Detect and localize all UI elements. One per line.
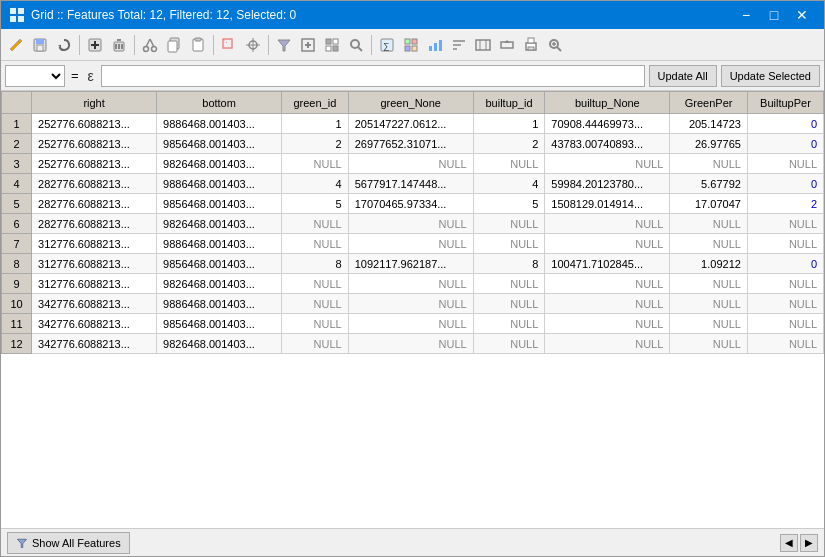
search-button[interactable] (345, 34, 367, 56)
zoom-selected-button[interactable] (218, 34, 240, 56)
table-row[interactable]: 12342776.6088213...9826468.001403...NULL… (2, 334, 824, 354)
close-button[interactable]: ✕ (788, 4, 816, 26)
table-sort-button[interactable] (448, 34, 470, 56)
filter-input[interactable] (101, 65, 645, 87)
cell-greenper[interactable]: NULL (670, 274, 748, 294)
cell-builtup-none[interactable]: NULL (545, 154, 670, 174)
cell-green-none[interactable]: NULL (348, 154, 473, 174)
update-selected-button[interactable]: Update Selected (721, 65, 820, 87)
cell-builtup-per[interactable]: 0 (747, 114, 823, 134)
cell-greenper[interactable]: 17.07047 (670, 194, 748, 214)
cell-green-none[interactable]: NULL (348, 274, 473, 294)
col-header-right[interactable]: right (32, 92, 157, 114)
col-header-green-id[interactable]: green_id (282, 92, 349, 114)
cell-builtup-per[interactable]: NULL (747, 314, 823, 334)
cell-bottom[interactable]: 9826468.001403... (157, 274, 282, 294)
cell-builtup-none[interactable]: 100471.7102845... (545, 254, 670, 274)
table-row[interactable]: 6282776.6088213...9826468.001403...NULLN… (2, 214, 824, 234)
show-features-button[interactable]: Show All Features (7, 532, 130, 554)
cell-builtup-per[interactable]: NULL (747, 334, 823, 354)
cell-green-id[interactable]: 5 (282, 194, 349, 214)
cell-builtup-per[interactable]: 0 (747, 174, 823, 194)
cell-green-none[interactable]: 5677917.147448... (348, 174, 473, 194)
cell-green-id[interactable]: NULL (282, 294, 349, 314)
cell-greenper[interactable]: 5.67792 (670, 174, 748, 194)
zoom-in-button[interactable] (544, 34, 566, 56)
cell-builtup-per[interactable]: 0 (747, 254, 823, 274)
row-number[interactable]: 11 (2, 314, 32, 334)
cell-green-id[interactable]: NULL (282, 234, 349, 254)
cell-right[interactable]: 312776.6088213... (32, 254, 157, 274)
cell-green-id[interactable]: NULL (282, 334, 349, 354)
cell-right[interactable]: 282776.6088213... (32, 194, 157, 214)
cell-green-none[interactable]: NULL (348, 234, 473, 254)
cell-bottom[interactable]: 9856468.001403... (157, 194, 282, 214)
cell-builtup-id[interactable]: NULL (473, 294, 545, 314)
cell-greenper[interactable]: NULL (670, 314, 748, 334)
cell-builtup-id[interactable]: 1 (473, 114, 545, 134)
cell-bottom[interactable]: 9886468.001403... (157, 114, 282, 134)
cell-builtup-id[interactable]: NULL (473, 214, 545, 234)
field-calculator-button[interactable]: ∑ (376, 34, 398, 56)
table-row[interactable]: 11342776.6088213...9856468.001403...NULL… (2, 314, 824, 334)
cell-bottom[interactable]: 9886468.001403... (157, 294, 282, 314)
invert-selection-button[interactable] (321, 34, 343, 56)
cell-builtup-id[interactable]: NULL (473, 154, 545, 174)
cell-green-none[interactable]: 26977652.31071... (348, 134, 473, 154)
cell-right[interactable]: 312776.6088213... (32, 234, 157, 254)
cell-builtup-none[interactable]: 1508129.014914... (545, 194, 670, 214)
cell-bottom[interactable]: 9826468.001403... (157, 214, 282, 234)
filter-button[interactable] (273, 34, 295, 56)
cell-builtup-per[interactable]: 0 (747, 134, 823, 154)
cell-greenper[interactable]: NULL (670, 334, 748, 354)
cell-greenper[interactable]: 205.14723 (670, 114, 748, 134)
cell-right[interactable]: 252776.6088213... (32, 154, 157, 174)
pan-selected-button[interactable] (242, 34, 264, 56)
col-header-green-none[interactable]: green_None (348, 92, 473, 114)
cell-builtup-per[interactable]: 2 (747, 194, 823, 214)
cell-builtup-per[interactable]: NULL (747, 214, 823, 234)
minimize-button[interactable]: − (732, 4, 760, 26)
cell-right[interactable]: 342776.6088213... (32, 294, 157, 314)
select-all-button[interactable] (297, 34, 319, 56)
table-row[interactable]: 3252776.6088213...9826468.001403...NULLN… (2, 154, 824, 174)
paste-button[interactable] (187, 34, 209, 56)
cell-green-id[interactable]: 8 (282, 254, 349, 274)
cell-green-id[interactable]: NULL (282, 154, 349, 174)
cell-green-id[interactable]: 1 (282, 114, 349, 134)
table-row[interactable]: 2252776.6088213...9856468.001403...22697… (2, 134, 824, 154)
cell-builtup-id[interactable]: 2 (473, 134, 545, 154)
cell-builtup-none[interactable]: NULL (545, 214, 670, 234)
cell-builtup-none[interactable]: 59984.20123780... (545, 174, 670, 194)
cell-bottom[interactable]: 9856468.001403... (157, 134, 282, 154)
cell-green-none[interactable]: NULL (348, 334, 473, 354)
cell-right[interactable]: 282776.6088213... (32, 214, 157, 234)
expand-button[interactable] (496, 34, 518, 56)
cell-greenper[interactable]: 1.09212 (670, 254, 748, 274)
scroll-right-button[interactable]: ▶ (800, 534, 818, 552)
cell-greenper[interactable]: NULL (670, 294, 748, 314)
reload-button[interactable] (53, 34, 75, 56)
conditional-format-button[interactable] (400, 34, 422, 56)
cut-button[interactable] (139, 34, 161, 56)
cell-greenper[interactable]: NULL (670, 214, 748, 234)
row-number[interactable]: 1 (2, 114, 32, 134)
row-number[interactable]: 12 (2, 334, 32, 354)
table-row[interactable]: 4282776.6088213...9886468.001403...45677… (2, 174, 824, 194)
cell-builtup-id[interactable]: NULL (473, 234, 545, 254)
save-edits-button[interactable] (29, 34, 51, 56)
col-header-bottom[interactable]: bottom (157, 92, 282, 114)
cell-builtup-none[interactable]: NULL (545, 274, 670, 294)
table-row[interactable]: 10342776.6088213...9886468.001403...NULL… (2, 294, 824, 314)
cell-green-none[interactable]: NULL (348, 294, 473, 314)
cell-builtup-none[interactable]: NULL (545, 314, 670, 334)
row-number[interactable]: 5 (2, 194, 32, 214)
cell-builtup-none[interactable]: NULL (545, 334, 670, 354)
maximize-button[interactable]: □ (760, 4, 788, 26)
cell-green-none[interactable]: 17070465.97334... (348, 194, 473, 214)
table-row[interactable]: 5282776.6088213...9856468.001403...51707… (2, 194, 824, 214)
cell-greenper[interactable]: NULL (670, 234, 748, 254)
table-row[interactable]: 9312776.6088213...9826468.001403...NULLN… (2, 274, 824, 294)
cell-green-id[interactable]: NULL (282, 214, 349, 234)
col-header-greenper[interactable]: GreenPer (670, 92, 748, 114)
